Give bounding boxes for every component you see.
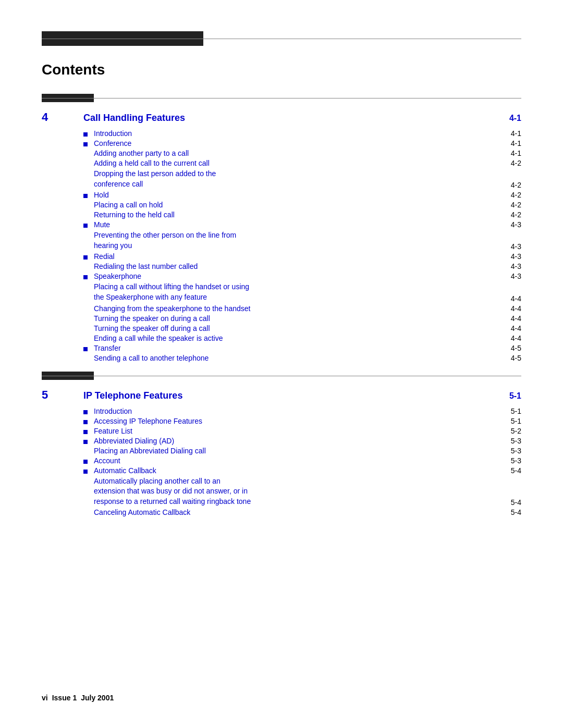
- toc-sub-multi-label: Dropping the last person added to thecon…: [94, 169, 495, 189]
- toc-sub-item-0-16: Turning the speaker off during a call 4-…: [94, 324, 521, 332]
- toc-bullet-icon: [83, 273, 94, 280]
- toc-sub-multi-page: 4-2: [495, 181, 521, 189]
- toc-entries-4: Introduction 4-1 Conference 4-1 Adding a…: [83, 129, 521, 362]
- toc-page: 4-5: [495, 344, 521, 352]
- toc-label: Transfer: [94, 344, 495, 352]
- toc-sub-multi-0-9: Preventing the other person on the line …: [94, 230, 521, 251]
- toc-page: 4-1: [495, 129, 521, 138]
- toc-item-0-10: Redial 4-3: [83, 252, 521, 261]
- toc-sub-multi-page: 5-4: [495, 498, 521, 507]
- chapter-row-5: 5 IP Telephone Features 5-1: [42, 388, 521, 402]
- toc-page: 5-4: [495, 466, 521, 475]
- toc-label: Feature List: [94, 427, 495, 435]
- toc-label: Account: [94, 456, 495, 465]
- toc-sub-label: Turning the speaker on during a call: [94, 314, 495, 323]
- toc-sub-item-0-19: Sending a call to another telephone 4-5: [94, 354, 521, 362]
- toc-sub-label: Turning the speaker off during a call: [94, 324, 495, 332]
- toc-item-0-5: Hold 4-2: [83, 191, 521, 199]
- toc-page: 5-1: [495, 417, 521, 425]
- toc-page: 5-3: [495, 456, 521, 465]
- toc-sub-item-0-7: Returning to the held call 4-2: [94, 211, 521, 219]
- toc-sub-item-0-11: Redialing the last number called 4-3: [94, 262, 521, 270]
- toc-item-0-0: Introduction 4-1: [83, 129, 521, 138]
- toc-sub-multi-label: Preventing the other person on the line …: [94, 230, 495, 251]
- toc-sub-label: Ending a call while the speaker is activ…: [94, 334, 495, 342]
- toc-sub-multi-page: 4-3: [495, 242, 521, 251]
- toc-sub-item-1-4: Placing an Abbreviated Dialing call 5-3: [94, 447, 521, 455]
- footer-issue: Issue 1: [52, 694, 77, 702]
- toc-entries-5: Introduction 5-1 Accessing IP Telephone …: [83, 407, 521, 517]
- toc-sub-item-0-2: Adding another party to a call 4-1: [94, 149, 521, 157]
- toc-sub-multi-1-7: Automatically placing another call to an…: [94, 476, 521, 507]
- divider-line: [42, 98, 521, 98]
- toc-bullet-icon: [83, 457, 94, 465]
- toc-bullet-icon: [83, 408, 94, 415]
- toc-sub-label: Placing an Abbreviated Dialing call: [94, 447, 495, 455]
- toc-sub-label: Returning to the held call: [94, 211, 495, 219]
- toc-bullet-icon: [83, 130, 94, 138]
- toc-sub-page: 4-4: [495, 324, 521, 332]
- chapter-number-4: 4: [42, 110, 83, 124]
- chapter-title-4: Call Handling Features: [83, 113, 490, 124]
- toc-sub-label: Redialing the last number called: [94, 262, 495, 270]
- toc-label: Introduction: [94, 407, 495, 415]
- toc-bullet-icon: [83, 253, 94, 261]
- toc-sub-item-0-14: Changing from the speakerphone to the ha…: [94, 304, 521, 313]
- toc-sub-page: 4-4: [495, 304, 521, 313]
- section-divider-0: [42, 94, 521, 101]
- toc-page: 5-3: [495, 437, 521, 445]
- toc-item-1-0: Introduction 5-1: [83, 407, 521, 415]
- toc-label: Accessing IP Telephone Features: [94, 417, 495, 425]
- toc-bullet-icon: [83, 344, 94, 352]
- toc-label: Conference: [94, 139, 495, 147]
- toc-sub-page: 4-4: [495, 314, 521, 323]
- toc-sub-page: 4-4: [495, 334, 521, 342]
- footer: vi Issue 1 July 2001: [42, 694, 521, 702]
- toc-item-0-1: Conference 4-1: [83, 139, 521, 147]
- toc-sub-label: Sending a call to another telephone: [94, 354, 495, 362]
- toc-bullet-icon: [83, 467, 94, 475]
- toc-item-0-18: Transfer 4-5: [83, 344, 521, 352]
- toc-label: Mute: [94, 220, 495, 229]
- toc-sub-multi-label: Automatically placing another call to an…: [94, 476, 495, 507]
- toc-page: 4-1: [495, 139, 521, 147]
- toc-sub-item-0-6: Placing a call on hold 4-2: [94, 201, 521, 209]
- toc-sub-label: Canceling Automatic Callback: [94, 508, 495, 516]
- chapter-number-5: 5: [42, 388, 83, 402]
- toc-label: Abbreviated Dialing (AD): [94, 437, 495, 445]
- toc-item-1-5: Account 5-3: [83, 456, 521, 465]
- toc-sub-page: 4-2: [495, 201, 521, 209]
- toc-bullet-icon: [83, 221, 94, 229]
- toc-bullet-icon: [83, 427, 94, 435]
- toc-sub-label: Changing from the speakerphone to the ha…: [94, 304, 495, 313]
- toc-sub-label: Adding a held call to the current call: [94, 159, 495, 167]
- toc-sub-page: 4-3: [495, 262, 521, 270]
- chapter-title-5: IP Telephone Features: [83, 390, 490, 401]
- page-content: Contents 4 Call Handling Features 4-1 In…: [0, 0, 563, 549]
- toc-sub-item-0-3: Adding a held call to the current call 4…: [94, 159, 521, 167]
- toc-sub-page: 4-1: [495, 149, 521, 157]
- toc-page: 4-3: [495, 220, 521, 229]
- toc-page: 4-2: [495, 191, 521, 199]
- toc-label: Redial: [94, 252, 495, 261]
- header-top-line: [42, 39, 521, 39]
- chapters-container: 4 Call Handling Features 4-1 Introductio…: [42, 94, 521, 516]
- toc-sub-multi-page: 4-4: [495, 294, 521, 303]
- toc-bullet-icon: [83, 437, 94, 445]
- toc-sub-multi-label: Placing a call without lifting the hands…: [94, 282, 495, 302]
- toc-page: 4-3: [495, 252, 521, 261]
- toc-sub-page: 4-2: [495, 159, 521, 167]
- toc-label: Automatic Callback: [94, 466, 495, 475]
- toc-sub-page: 5-3: [495, 447, 521, 455]
- toc-sub-page: 4-2: [495, 211, 521, 219]
- toc-label: Introduction: [94, 129, 495, 138]
- divider-line: [42, 376, 521, 376]
- toc-sub-page: 5-4: [495, 508, 521, 516]
- toc-label: Speakerphone: [94, 272, 495, 280]
- top-header: [42, 31, 521, 46]
- toc-item-1-1: Accessing IP Telephone Features 5-1: [83, 417, 521, 425]
- toc-item-1-3: Abbreviated Dialing (AD) 5-3: [83, 437, 521, 445]
- toc-sub-page: 4-5: [495, 354, 521, 362]
- toc-sub-multi-0-13: Placing a call without lifting the hands…: [94, 282, 521, 302]
- toc-sub-label: Adding another party to a call: [94, 149, 495, 157]
